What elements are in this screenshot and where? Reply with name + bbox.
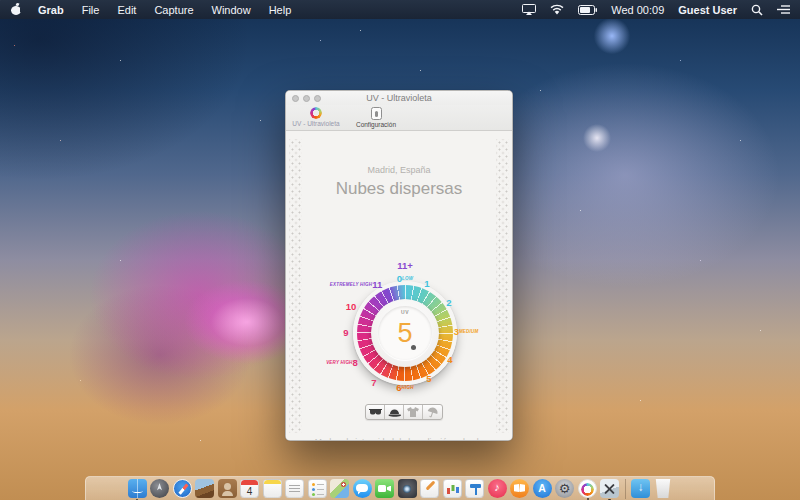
menubar-user[interactable]: Guest User xyxy=(678,4,737,16)
dock-pages-icon[interactable] xyxy=(420,479,439,498)
dock-app-store-icon[interactable]: A xyxy=(533,479,552,498)
apple-menu-icon[interactable] xyxy=(10,3,22,16)
gauge-label-3-medium: 3MEDIUM xyxy=(454,326,479,337)
gauge-unit-label: UV xyxy=(378,309,432,315)
dock-finder-icon[interactable] xyxy=(128,479,147,498)
gauge-label-9: 9 xyxy=(343,327,348,338)
gauge-label-6-high: 6HIGH xyxy=(396,382,413,393)
dock-contacts-icon[interactable] xyxy=(218,479,237,498)
airplay-icon[interactable] xyxy=(522,4,536,15)
gauge-label-8-very-high: VERY HIGH8 xyxy=(326,357,358,368)
spotlight-search-icon[interactable] xyxy=(751,4,763,16)
cap-icon xyxy=(388,408,401,417)
wifi-icon[interactable] xyxy=(550,4,564,15)
menu-file[interactable]: File xyxy=(82,4,100,16)
dock-maps-icon[interactable] xyxy=(330,479,349,498)
window-content: Madrid, España Nubes dispersas UV 5 11+ … xyxy=(286,131,512,441)
dock-numbers-icon[interactable] xyxy=(443,479,462,498)
gauge-label-11plus: 11+ xyxy=(397,260,413,271)
gauge-label-4: 4 xyxy=(447,354,452,365)
gauge-label-11-extremely-high: EXTREMELY HIGH11 xyxy=(330,279,382,290)
uv-gauge: UV 5 11+ 0LOW 1 2 3MEDIUM 4 5 6HIGH 7 VE… xyxy=(320,248,490,418)
toolbar-tab-settings-label: Configuración xyxy=(356,121,396,128)
dock-downloads-icon[interactable]: ↓ xyxy=(631,479,650,498)
dock-ibooks-icon[interactable] xyxy=(510,479,529,498)
dock-grab-icon[interactable] xyxy=(600,479,619,498)
dock-safari-icon[interactable] xyxy=(173,479,192,498)
toolbar-tab-uv[interactable]: UV - Ultravioleta xyxy=(288,107,344,127)
tshirt-button[interactable] xyxy=(404,405,423,419)
gauge-knob[interactable]: UV 5 xyxy=(371,299,439,367)
menu-help[interactable]: Help xyxy=(269,4,292,16)
condition-label: Nubes dispersas xyxy=(286,179,512,199)
dock: 4 ♪ A ⚙ ↓ xyxy=(85,476,715,500)
gauge-indicator-dot xyxy=(411,345,416,350)
dock-itunes-icon[interactable]: ♪ xyxy=(488,479,507,498)
gauge-label-2: 2 xyxy=(446,297,451,308)
menu-bar: Grab File Edit Capture Window Help Wed 0… xyxy=(0,0,800,19)
menu-window[interactable]: Window xyxy=(212,4,251,16)
dock-messages-icon[interactable] xyxy=(353,479,372,498)
gauge-label-10: 10 xyxy=(346,301,357,312)
dock-photo-booth-icon[interactable] xyxy=(398,479,417,498)
window-titlebar[interactable]: UV - Ultravioleta xyxy=(286,91,512,105)
sunglasses-button[interactable] xyxy=(366,405,385,419)
window-title: UV - Ultravioleta xyxy=(366,93,432,103)
gauge-label-1: 1 xyxy=(424,278,429,289)
protection-segmented-control xyxy=(365,404,443,420)
menu-grab[interactable]: Grab xyxy=(38,4,64,16)
dock-notes-icon[interactable] xyxy=(263,479,282,498)
menu-capture[interactable]: Capture xyxy=(154,4,193,16)
umbrella-button[interactable] xyxy=(423,405,442,419)
dock-reminders-icon[interactable] xyxy=(308,479,327,498)
uv-app-window: UV - Ultravioleta UV - Ultravioleta Conf… xyxy=(285,90,513,441)
dock-photos-icon[interactable] xyxy=(195,479,214,498)
uv-value: 5 xyxy=(378,318,432,349)
dock-uv-app-icon[interactable] xyxy=(578,479,597,498)
window-toolbar: UV - Ultravioleta Configuración xyxy=(286,105,512,131)
location-label: Madrid, España xyxy=(286,165,512,175)
dock-launchpad-icon[interactable] xyxy=(150,479,169,498)
battery-icon[interactable] xyxy=(578,5,597,15)
uv-ring-icon xyxy=(310,107,322,119)
dock-separator xyxy=(625,479,626,499)
minimize-button[interactable] xyxy=(303,95,310,102)
close-button[interactable] xyxy=(292,95,299,102)
dock-trash-icon[interactable] xyxy=(654,479,673,498)
dock-keynote-icon[interactable] xyxy=(465,479,484,498)
gauge-label-0-low: 0LOW xyxy=(397,273,413,284)
dock-calendar-icon[interactable]: 4 xyxy=(240,479,259,498)
uv-description: Moderada intensidad de la radiación sola… xyxy=(300,437,498,441)
gauge-label-7: 7 xyxy=(371,377,376,388)
toolbar-tab-settings[interactable]: Configuración xyxy=(348,107,404,128)
notification-center-icon[interactable] xyxy=(777,4,790,15)
dock-facetime-icon[interactable] xyxy=(375,479,394,498)
zoom-button[interactable] xyxy=(314,95,321,102)
gauge-label-5: 5 xyxy=(426,373,431,384)
menu-edit[interactable]: Edit xyxy=(117,4,136,16)
toolbar-tab-uv-label: UV - Ultravioleta xyxy=(292,120,339,127)
cap-button[interactable] xyxy=(385,405,404,419)
dock-textedit-icon[interactable] xyxy=(285,479,304,498)
settings-icon xyxy=(371,107,382,120)
menubar-clock[interactable]: Wed 00:09 xyxy=(611,4,664,16)
umbrella-icon xyxy=(427,407,438,418)
dock-system-preferences-icon[interactable]: ⚙ xyxy=(555,479,574,498)
sunglasses-icon xyxy=(369,408,382,416)
tshirt-icon xyxy=(407,407,419,417)
